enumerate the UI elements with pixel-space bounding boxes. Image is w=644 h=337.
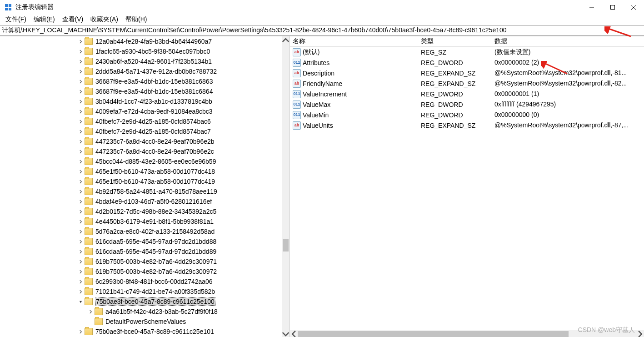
chevron-right-icon[interactable] [87,308,94,315]
tree-item[interactable]: 40fbefc7-2e9d-4d25-a185-0cfd8574bac6 [0,116,282,126]
folder-icon [85,208,93,215]
chevron-right-icon[interactable] [77,78,84,85]
chevron-right-icon[interactable] [77,258,84,265]
chevron-right-icon[interactable] [77,208,84,215]
chevron-right-icon[interactable] [77,88,84,95]
chevron-right-icon[interactable] [77,118,84,125]
tree-item[interactable]: 616cdaa5-695e-4545-97ad-97dc2d1bdd89 [0,246,282,257]
tree-item[interactable]: 6c2993b0-8f48-481f-bcc6-00dd2742aa06 [0,277,282,287]
chevron-down-icon[interactable] [77,298,84,305]
tree-item[interactable]: 12a0ab44-fe28-4fa9-b3bd-4b64f44960a7 [0,36,282,46]
folder-icon [85,168,93,175]
tree-item[interactable]: 619b7505-003b-4e82-b7a6-4dd29c300972 [0,267,282,277]
tree-item[interactable]: 4bdaf4e9-d103-46d7-a5f0-6280121616ef [0,196,282,206]
chevron-right-icon[interactable] [77,178,84,185]
chevron-right-icon[interactable] [77,158,84,165]
chevron-right-icon[interactable] [77,238,84,245]
tree-item[interactable]: 45bcc044-d885-43e2-8605-ee0ec6e96b59 [0,156,282,166]
tree-item[interactable]: a4a61b5f-f42c-4d23-b3ab-5c27df9f0f18 [0,307,282,317]
chevron-right-icon[interactable] [77,58,84,65]
chevron-right-icon[interactable] [77,68,84,75]
value-row[interactable]: 011ValueMinREG_DWORD0x00000000 (0) [290,110,644,120]
scroll-down-button[interactable] [282,330,290,337]
folder-icon [85,238,93,245]
values-hscrollbar[interactable] [290,330,644,337]
tree-item[interactable]: 5d76a2ca-e8c0-402f-a133-2158492d58ad [0,226,282,236]
tree-item[interactable]: 447235c7-6a8d-4cc0-8e24-9eaf70b96e2c [0,146,282,156]
tree-item[interactable]: DefaultPowerSchemeValues [0,317,282,327]
chevron-right-icon[interactable] [77,328,84,335]
hscroll-track[interactable] [298,330,636,337]
value-row[interactable]: abFriendlyNameREG_EXPAND_SZ@%SystemRoot%… [290,78,644,89]
chevron-right-icon[interactable] [77,228,84,235]
menu-view[interactable]: 查看(V) [59,15,87,24]
scroll-right-button[interactable] [636,330,644,337]
value-row[interactable]: ab(默认)REG_SZ(数值未设置) [290,47,644,57]
value-row[interactable]: 011ValueMaxREG_DWORD0xffffffff (42949672… [290,99,644,110]
close-button[interactable] [623,0,644,15]
tree-item[interactable]: 36687f9e-e3a5-4dbf-b1dc-15eb381c6863 [0,76,282,86]
chevron-right-icon[interactable] [77,288,84,295]
col-header-data[interactable]: 数据 [492,36,644,46]
scroll-left-button[interactable] [290,330,298,337]
menu-file[interactable]: 文件(F) [2,15,30,24]
chevron-right-icon[interactable] [77,168,84,175]
main-split: 12a0ab44-fe28-4fa9-b3bd-4b64f44960a71fac… [0,36,644,337]
menu-edit[interactable]: 编辑(E) [30,15,59,24]
tree-item[interactable]: 619b7505-003b-4e82-b7a6-4dd29c300971 [0,257,282,267]
tree-item[interactable]: 4e4450b3-6179-4e91-b8f1-5bb9938f81a1 [0,216,282,226]
chevron-right-icon[interactable] [77,218,84,225]
tree-item[interactable]: 4d2b0152-7d5c-498b-88e2-34345392a2c5 [0,206,282,216]
tree-item-label: 75b0ae3f-bce0-45a7-8c89-c9611c25e100 [95,298,215,305]
svg-rect-3 [9,8,11,10]
menu-help[interactable]: 帮助(H) [122,15,150,24]
chevron-right-icon[interactable] [77,48,84,55]
chevron-right-icon[interactable] [77,268,84,275]
chevron-right-icon[interactable] [77,98,84,105]
address-bar[interactable]: 计算机\HKEY_LOCAL_MACHINE\SYSTEM\CurrentCon… [0,25,644,36]
tree-item[interactable]: 2430ab6f-a520-44a2-9601-f7f23b5134b1 [0,56,282,66]
tree-item[interactable]: 465e1f50-b610-473a-ab58-00d1077dc419 [0,176,282,186]
chevron-right-icon[interactable] [77,108,84,115]
value-row[interactable]: abValueUnitsREG_EXPAND_SZ@%SystemRoot%\s… [290,120,644,131]
chevron-right-icon[interactable] [77,38,84,45]
chevron-right-icon[interactable] [77,148,84,155]
tree-item[interactable]: 616cdaa5-695e-4545-97ad-97dc2d1bdd88 [0,236,282,246]
hscroll-thumb[interactable] [298,331,569,337]
chevron-right-icon[interactable] [77,248,84,255]
tree-item-label: 465e1f50-b610-473a-ab58-00d1077dc418 [95,168,215,175]
folder-icon [85,138,93,145]
value-row[interactable]: abDescriptionREG_EXPAND_SZ@%SystemRoot%\… [290,68,644,78]
maximize-button[interactable] [602,0,623,15]
scroll-up-button[interactable] [282,36,290,44]
tree-item[interactable]: 4009efa7-e72d-4cba-9edf-91084ea8cbc3 [0,106,282,116]
tree-item[interactable]: 36687f9e-e3a5-4dbf-b1dc-15eb381c6864 [0,86,282,96]
menu-favorites[interactable]: 收藏夹(A) [87,15,122,24]
tree-item[interactable]: 75b0ae3f-bce0-45a7-8c89-c9611c25e101 [0,327,282,337]
tree-item[interactable]: 71021b41-c749-4d21-be74-a00f335d582b [0,287,282,297]
chevron-right-icon[interactable] [77,138,84,145]
menu-bar: 文件(F) 编辑(E) 查看(V) 收藏夹(A) 帮助(H) [0,15,644,25]
scroll-thumb[interactable] [283,239,289,251]
value-row[interactable]: 011AttributesREG_DWORD0x00000002 (2) [290,57,644,68]
scroll-track[interactable] [282,44,290,330]
chevron-right-icon[interactable] [77,198,84,205]
tree-item[interactable]: 465e1f50-b610-473a-ab58-00d1077dc418 [0,166,282,176]
col-header-type[interactable]: 类型 [418,36,492,46]
folder-icon [85,198,93,205]
tree-item[interactable]: 447235c7-6a8d-4cc0-8e24-9eaf70b96e2b [0,136,282,146]
minimize-button[interactable] [581,0,602,15]
tree-item[interactable]: 40fbefc7-2e9d-4d25-a185-0cfd8574bac7 [0,126,282,136]
tree-item[interactable]: 2ddd5a84-5a71-437e-912a-db0b8c788732 [0,66,282,76]
tree-item[interactable]: 4b92d758-5a24-4851-a470-815d78aee119 [0,186,282,196]
tree-scrollbar[interactable] [282,36,290,337]
value-row[interactable]: 011ValueIncrementREG_DWORD0x00000001 (1) [290,89,644,99]
chevron-right-icon[interactable] [77,188,84,195]
chevron-right-icon[interactable] [77,128,84,135]
folder-icon [85,108,93,115]
chevron-right-icon[interactable] [77,278,84,285]
tree-item[interactable]: 1facfc65-a930-4bc5-9f38-504ec097bbc0 [0,46,282,56]
col-header-name[interactable]: 名称 [290,36,418,46]
tree-item[interactable]: 3b04d4fd-1cc7-4f23-ab1c-d1337819c4bb [0,96,282,106]
tree-item[interactable]: 75b0ae3f-bce0-45a7-8c89-c9611c25e100 [0,297,282,307]
